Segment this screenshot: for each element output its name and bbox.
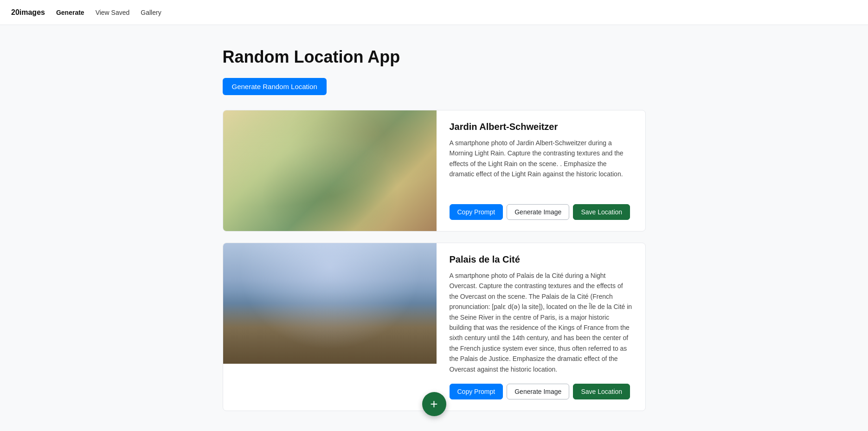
card-actions-2: Copy Prompt Generate Image Save Location: [450, 384, 632, 399]
fab-button[interactable]: +: [422, 392, 446, 416]
card-actions-1: Copy Prompt Generate Image Save Location: [450, 204, 632, 220]
brand-link[interactable]: 20images: [11, 8, 45, 17]
card-body-2: Palais de la Cité A smartphone photo of …: [437, 243, 645, 411]
location-image-1: [223, 110, 437, 231]
location-image-2: [223, 243, 437, 364]
save-location-button-1[interactable]: Save Location: [573, 204, 630, 220]
location-name-1: Jardin Albert-Schweitzer: [450, 122, 632, 132]
location-card-2: Palais de la Cité A smartphone photo of …: [223, 243, 646, 411]
location-description-2: A smartphone photo of Palais de la Cité …: [450, 270, 632, 374]
nav-gallery[interactable]: Gallery: [141, 9, 161, 16]
copy-prompt-button-2[interactable]: Copy Prompt: [450, 384, 503, 399]
page-title: Random Location App: [223, 47, 646, 67]
generate-image-button-2[interactable]: Generate Image: [507, 384, 569, 399]
generate-image-button-1[interactable]: Generate Image: [507, 204, 569, 220]
generate-random-button[interactable]: Generate Random Location: [223, 78, 327, 95]
location-card-1: Jardin Albert-Schweitzer A smartphone ph…: [223, 110, 646, 232]
location-description-1: A smartphone photo of Jardin Albert-Schw…: [450, 138, 632, 195]
nav-generate[interactable]: Generate: [56, 9, 84, 16]
card-body-1: Jardin Albert-Schweitzer A smartphone ph…: [437, 110, 645, 231]
navbar: 20images Generate View Saved Gallery: [0, 0, 868, 25]
location-name-2: Palais de la Cité: [450, 254, 632, 265]
nav-view-saved[interactable]: View Saved: [96, 9, 130, 16]
copy-prompt-button-1[interactable]: Copy Prompt: [450, 204, 503, 220]
save-location-button-2[interactable]: Save Location: [573, 384, 630, 399]
main-content: Random Location App Generate Random Loca…: [212, 25, 657, 431]
